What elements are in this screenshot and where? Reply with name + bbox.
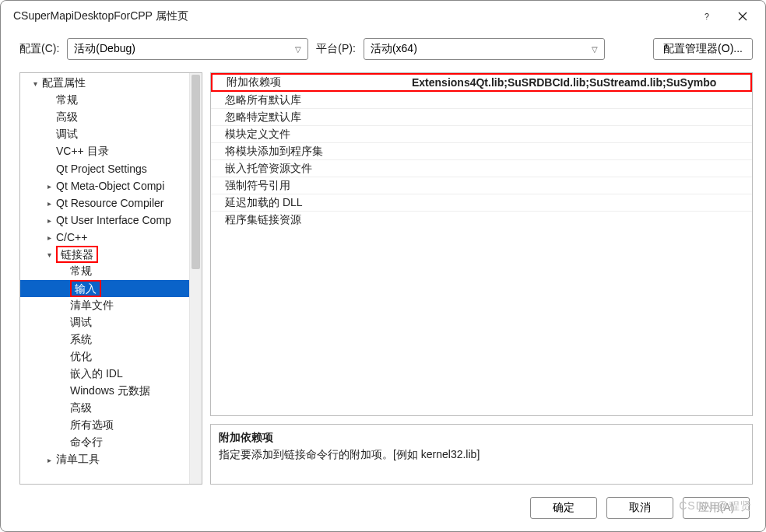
property-row[interactable]: 强制符号引用 [211, 177, 752, 194]
tree-linker-8[interactable]: ▸高级 [20, 400, 189, 417]
tree-linker-2[interactable]: ▸清单文件 [20, 297, 189, 314]
property-row[interactable]: 忽略特定默认库 [211, 109, 752, 126]
property-name: 强制符号引用 [211, 179, 406, 193]
description-panel: 附加依赖项 指定要添加到链接命令行的附加项。[例如 kernel32.lib] [210, 424, 753, 485]
apply-button[interactable]: 应用(A) [683, 497, 750, 519]
config-label: 配置(C): [19, 42, 59, 56]
arrow-down-icon: ▾ [44, 250, 54, 259]
chevron-down-icon: ▽ [592, 45, 598, 54]
arrow-right-icon: ▸ [44, 456, 54, 464]
property-name: 延迟加载的 DLL [211, 196, 406, 210]
property-row[interactable]: 将模块添加到程序集 [211, 143, 752, 160]
property-name: 程序集链接资源 [211, 213, 406, 227]
window-title: CSuperMapiDesktopForCPP 属性页 [13, 9, 188, 23]
platform-value: 活动(x64) [371, 42, 417, 56]
property-name: 忽略特定默认库 [211, 110, 406, 124]
tree-item-8[interactable]: ▸C/C++ [20, 229, 189, 246]
tree-linker-3[interactable]: ▸调试 [20, 314, 189, 331]
tree-root[interactable]: ▾配置属性 [20, 75, 189, 92]
tree-item-5[interactable]: ▸Qt Meta-Object Compi [20, 177, 189, 194]
config-combo[interactable]: 活动(Debug) ▽ [67, 38, 308, 60]
tree-linker-4[interactable]: ▸系统 [20, 331, 189, 348]
tree-linker-9[interactable]: ▸所有选项 [20, 417, 189, 434]
svg-text:?: ? [705, 12, 709, 21]
property-row[interactable]: 模块定义文件 [211, 126, 752, 143]
property-row[interactable]: 延迟加载的 DLL [211, 194, 752, 212]
tree-linker-5[interactable]: ▸优化 [20, 348, 189, 366]
tree-linker-0[interactable]: ▸常规 [20, 263, 189, 280]
description-title: 附加依赖项 [219, 431, 744, 445]
tree-linker-6[interactable]: ▸嵌入的 IDL [20, 366, 189, 383]
tree-manifest[interactable]: ▸清单工具 [20, 451, 189, 468]
tree-item-3[interactable]: ▸VC++ 目录 [20, 143, 189, 160]
tree-item-4[interactable]: ▸Qt Project Settings [20, 160, 189, 177]
titlebar: CSuperMapiDesktopForCPP 属性页 ? [1, 1, 765, 32]
property-grid: 附加依赖项Extensions4Qt.lib;SuSRDBCId.lib;SuS… [210, 72, 753, 416]
cancel-button[interactable]: 取消 [606, 497, 673, 519]
arrow-down-icon: ▾ [30, 79, 40, 88]
property-name: 模块定义文件 [211, 128, 406, 142]
platform-label: 平台(P): [316, 42, 356, 56]
tree-item-1[interactable]: ▸高级 [20, 109, 189, 126]
arrow-right-icon: ▸ [44, 233, 54, 242]
arrow-right-icon: ▸ [44, 216, 54, 225]
description-text: 指定要添加到链接命令行的附加项。[例如 kernel32.lib] [219, 448, 744, 462]
property-value: Extensions4Qt.lib;SuSRDBCId.lib;SuStream… [407, 76, 750, 89]
arrow-right-icon: ▸ [44, 182, 54, 191]
ok-button[interactable]: 确定 [530, 497, 597, 519]
tree-linker-1[interactable]: ▸输入 [20, 280, 189, 297]
tree-linker-7[interactable]: ▸Windows 元数据 [20, 383, 189, 400]
property-name: 嵌入托管资源文件 [211, 162, 406, 176]
dialog-footer: 确定 取消 应用(A) [1, 485, 765, 531]
help-button[interactable]: ? [689, 1, 725, 32]
scrollbar[interactable] [189, 73, 202, 484]
nav-tree: ▾配置属性▸常规▸高级▸调试▸VC++ 目录▸Qt Project Settin… [19, 72, 202, 485]
tree-item-7[interactable]: ▸Qt User Interface Comp [20, 212, 189, 229]
config-row: 配置(C): 活动(Debug) ▽ 平台(P): 活动(x64) ▽ 配置管理… [1, 32, 765, 72]
tree-item-0[interactable]: ▸常规 [20, 92, 189, 109]
close-button[interactable] [725, 1, 761, 32]
property-row[interactable]: 嵌入托管资源文件 [211, 160, 752, 177]
arrow-right-icon: ▸ [44, 199, 54, 208]
property-row[interactable]: 忽略所有默认库 [211, 92, 752, 109]
property-row[interactable]: 程序集链接资源 [211, 212, 752, 229]
tree-item-2[interactable]: ▸调试 [20, 126, 189, 143]
tree-item-6[interactable]: ▸Qt Resource Compiler [20, 194, 189, 212]
property-name: 忽略所有默认库 [211, 93, 406, 107]
property-name: 附加依赖项 [213, 75, 407, 89]
property-row[interactable]: 附加依赖项Extensions4Qt.lib;SuSRDBCId.lib;SuS… [211, 73, 752, 92]
tree-linker[interactable]: ▾链接器 [20, 246, 189, 263]
tree-linker-10[interactable]: ▸命令行 [20, 434, 189, 451]
config-value: 活动(Debug) [74, 42, 135, 56]
chevron-down-icon: ▽ [295, 45, 301, 54]
config-manager-button[interactable]: 配置管理器(O)... [653, 38, 753, 60]
property-name: 将模块添加到程序集 [211, 145, 406, 159]
platform-combo[interactable]: 活动(x64) ▽ [364, 38, 605, 60]
